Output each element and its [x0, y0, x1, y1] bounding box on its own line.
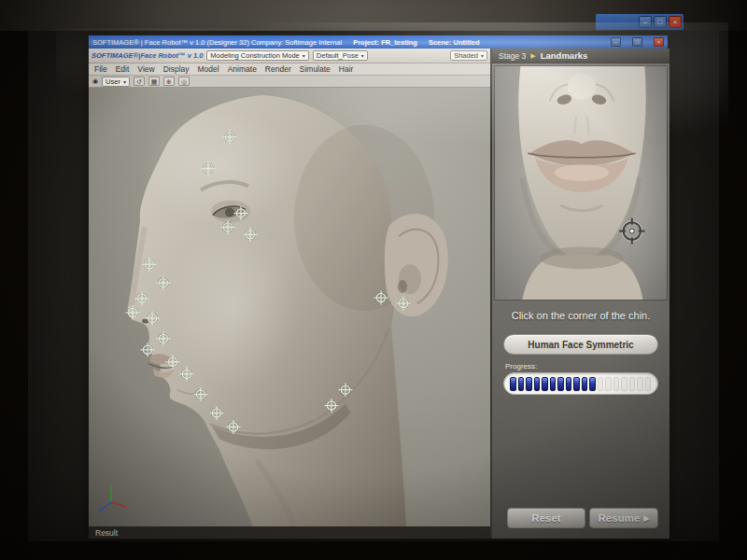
lower-lip-highlight	[555, 164, 610, 181]
ear	[385, 214, 448, 316]
progress-label: Progress:	[505, 362, 656, 371]
reset-label: Reset	[531, 512, 560, 524]
camera-select[interactable]: User ▾	[102, 77, 130, 87]
landmarks-panel: Stage 3 ▶ Landmarks	[490, 49, 669, 539]
app-window: SOFTIMAGE® | Face Robot™ v 1.0 (Designer…	[88, 35, 669, 539]
crosshair-icon[interactable]: ⊕	[163, 77, 175, 86]
menu-item-animate[interactable]: Animate	[228, 64, 257, 74]
panel-title: Landmarks	[541, 50, 588, 61]
menu-item-simulate[interactable]: Simulate	[300, 64, 331, 74]
progress-segment	[621, 377, 627, 391]
app-main-row: SOFTIMAGE®|Face Robot™ v 1.0 Modeling Co…	[89, 49, 668, 539]
menu-item-hair[interactable]: Hair	[339, 64, 354, 74]
construction-mode-select[interactable]: Modeling Construction Mode ▾	[206, 50, 308, 61]
progress-bar	[503, 372, 658, 395]
construction-mode-value: Modeling Construction Mode	[210, 51, 299, 60]
menu-item-view[interactable]: View	[137, 64, 154, 74]
progress-segment	[573, 377, 580, 391]
progress-segment	[526, 377, 532, 391]
progress-segment	[605, 377, 612, 391]
os-titlebar-fragment: – □ ×	[596, 14, 684, 30]
progress-segment	[566, 377, 572, 391]
resume-arrow-icon: ▶	[643, 514, 649, 523]
dot-icon[interactable]: ◎	[178, 77, 190, 86]
head-model	[89, 88, 490, 526]
progress-segment	[510, 377, 516, 391]
progress-segment	[598, 377, 604, 391]
projection-screen: SOFTIMAGE® | Face Robot™ v 1.0 (Designer…	[28, 31, 719, 541]
left-column: SOFTIMAGE®|Face Robot™ v 1.0 Modeling Co…	[89, 49, 490, 539]
menu-bar: FileEditViewDisplayModelAnimateRenderSim…	[89, 63, 490, 76]
menu-item-render[interactable]: Render	[265, 64, 291, 74]
app-close-button[interactable]: ×	[654, 37, 664, 47]
progress-segment	[637, 377, 643, 391]
app-minimize-button[interactable]: –	[611, 37, 621, 47]
progress-segment	[550, 377, 557, 391]
main-toolbar: SOFTIMAGE®|Face Robot™ v 1.0 Modeling Co…	[89, 49, 490, 63]
progress-segment	[629, 377, 636, 391]
grid-icon[interactable]: ▦	[148, 77, 160, 86]
pose-select[interactable]: Default_Pose ▾	[313, 50, 368, 61]
cheek-highlight	[168, 222, 299, 389]
menu-item-file[interactable]: File	[94, 64, 107, 74]
progress-segment	[589, 377, 596, 391]
stage-arrow-icon: ▶	[530, 52, 535, 60]
panel-header: Stage 3 ▶ Landmarks	[492, 49, 669, 63]
status-bar: Result	[89, 526, 490, 539]
instruction-text: Click on the corner of the chin.	[492, 302, 669, 325]
panel-buttons: Reset Resume ▶	[492, 507, 669, 539]
menu-item-edit[interactable]: Edit	[116, 64, 130, 74]
os-minimize-button[interactable]: –	[639, 16, 652, 28]
os-close-button[interactable]: ×	[669, 16, 682, 28]
stage-label: Stage 3	[499, 51, 526, 61]
resume-button[interactable]: Resume ▶	[589, 508, 658, 528]
progress-segment	[534, 377, 541, 391]
reset-button[interactable]: Reset	[507, 508, 585, 528]
chevron-down-icon: ▾	[123, 78, 126, 85]
orbit-icon[interactable]: ↺	[134, 77, 145, 86]
pose-value: Default_Pose	[317, 51, 359, 60]
panel-spacer	[492, 395, 669, 507]
viewport-toolbar: ◉ User ▾ ↺ ▦ ⊕ ◎	[89, 76, 490, 88]
app-titlebar: SOFTIMAGE® | Face Robot™ v 1.0 (Designer…	[89, 35, 668, 49]
app-maximize-button[interactable]: □	[632, 37, 642, 47]
axis-gizmo-icon	[99, 485, 126, 511]
display-mode-select[interactable]: Shaded ▾	[450, 50, 487, 61]
brand-label: SOFTIMAGE®|Face Robot™ v 1.0	[92, 51, 203, 60]
chevron-down-icon: ▾	[361, 52, 364, 59]
progress-segment	[518, 377, 525, 391]
viewport-3d[interactable]	[89, 88, 490, 526]
menu-item-model[interactable]: Model	[198, 64, 219, 74]
progress-segment	[582, 377, 588, 391]
project-label: Project: FR_testing	[353, 38, 417, 47]
nose-tip-highlight	[567, 74, 596, 100]
iris	[225, 207, 234, 217]
display-mode-value: Shaded	[454, 51, 478, 60]
chin-closeup	[495, 66, 667, 300]
progress-segment	[557, 377, 564, 391]
camera-value: User	[106, 77, 120, 86]
result-label: Result	[95, 528, 118, 538]
progress-segment	[613, 377, 620, 391]
eye-icon[interactable]: ◉	[92, 77, 98, 85]
scene-label: Scene: Untitled	[429, 38, 480, 47]
chevron-down-icon: ▾	[481, 52, 484, 59]
progress-segment	[542, 377, 548, 391]
resume-label: Resume	[599, 512, 641, 524]
chevron-down-icon: ▾	[303, 52, 305, 59]
progress-segment	[645, 377, 652, 391]
app-title: SOFTIMAGE® | Face Robot™ v 1.0 (Designer…	[92, 38, 342, 47]
reference-image[interactable]	[494, 65, 668, 301]
preset-button[interactable]: Human Face Symmetric	[503, 334, 658, 355]
menu-item-display[interactable]: Display	[163, 64, 190, 74]
os-maximize-button[interactable]: □	[654, 16, 667, 28]
